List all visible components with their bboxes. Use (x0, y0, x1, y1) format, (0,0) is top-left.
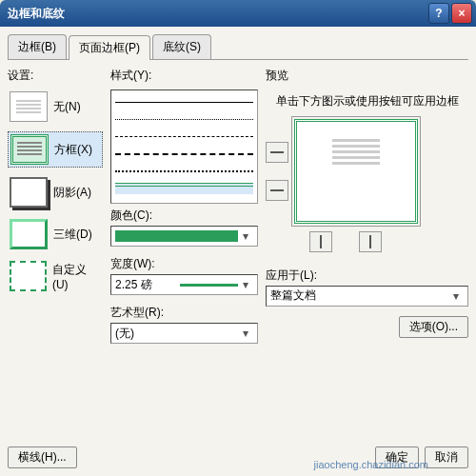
tab-borders[interactable]: 边框(B) (8, 34, 67, 59)
tab-shading[interactable]: 底纹(S) (152, 34, 211, 59)
width-value: 2.25 磅 (115, 277, 174, 293)
apply-to-dropdown[interactable]: 整篇文档 ▾ (266, 286, 468, 307)
dialog-title: 边框和底纹 (4, 6, 426, 22)
apply-to-row: 应用于(L): 整篇文档 ▾ 选项(O)... (266, 264, 468, 338)
watermark: jiaocheng.chazidian.com (314, 459, 428, 470)
preset-shadow-label: 阴影(A) (53, 185, 91, 201)
preset-shadow-icon (10, 177, 48, 208)
options-button[interactable]: 选项(O)... (399, 316, 468, 338)
style-label: 样式(Y): (110, 68, 258, 84)
width-dropdown[interactable]: 2.25 磅 ▾ (110, 274, 258, 295)
left-edge-button[interactable] (309, 231, 332, 252)
tab-bar: 边框(B) 页面边框(P) 底纹(S) (8, 34, 468, 60)
preset-none-icon (10, 91, 48, 122)
preset-box[interactable]: 方框(X) (8, 131, 103, 168)
titlebar: 边框和底纹 ? × (0, 0, 476, 27)
preset-custom[interactable]: 自定义(U) (8, 259, 103, 293)
preset-custom-label: 自定义(U) (52, 262, 101, 291)
art-label: 艺术型(R): (110, 305, 258, 321)
width-preview-line (180, 284, 239, 287)
style-option[interactable] (115, 94, 253, 111)
close-button[interactable]: × (451, 3, 472, 24)
help-button[interactable]: ? (428, 3, 449, 24)
apply-to-value: 整篇文档 (270, 288, 448, 304)
width-label: 宽度(W): (110, 256, 258, 272)
preview-area (266, 119, 468, 224)
chevron-down-icon: ▾ (238, 278, 253, 291)
settings-label: 设置: (8, 68, 103, 84)
chevron-down-icon: ▾ (238, 229, 253, 243)
style-option-selected[interactable] (115, 180, 253, 197)
preview-column: 预览 单击下方图示或使用按钮可应用边框 应用于(L): (266, 68, 468, 349)
preset-none-label: 无(N) (53, 99, 81, 115)
right-edge-button[interactable] (359, 231, 382, 252)
color-swatch (115, 230, 238, 242)
style-column: 样式(Y): 颜色(C): ▾ 宽度(W): 2.25 磅 ▾ 艺术型(R): (110, 68, 258, 349)
art-dropdown[interactable]: (无) ▾ (110, 323, 258, 344)
page-preview[interactable] (294, 119, 418, 224)
color-label: 颜色(C): (110, 208, 258, 224)
apply-to-label: 应用于(L): (266, 268, 468, 284)
hline-button[interactable]: 横线(H)... (8, 446, 77, 468)
preset-none[interactable]: 无(N) (8, 89, 103, 124)
style-listbox[interactable] (110, 89, 258, 204)
cancel-button[interactable]: 取消 (425, 446, 468, 468)
preset-3d-label: 三维(D) (53, 227, 92, 243)
bottom-edge-button[interactable] (266, 180, 288, 201)
style-option[interactable] (115, 163, 253, 180)
preset-box-label: 方框(X) (54, 142, 92, 158)
bottom-edge-buttons (309, 231, 468, 252)
style-option[interactable] (115, 129, 253, 146)
preset-shadow[interactable]: 阴影(A) (8, 175, 103, 209)
style-option[interactable] (115, 146, 253, 163)
preview-hint: 单击下方图示或使用按钮可应用边框 (266, 93, 468, 109)
left-edge-buttons (266, 142, 288, 201)
tab-page-border[interactable]: 页面边框(P) (69, 35, 150, 60)
settings-column: 设置: 无(N) 方框(X) 阴影(A) 三维(D) 自定义(U) (8, 68, 103, 349)
dialog-body: 边框(B) 页面边框(P) 底纹(S) 设置: 无(N) 方框(X) 阴影(A)… (0, 27, 476, 476)
preset-box-icon (10, 134, 49, 165)
preset-3d[interactable]: 三维(D) (8, 217, 103, 251)
art-value: (无) (115, 326, 238, 342)
preset-custom-icon (10, 261, 47, 291)
page-lines (332, 139, 380, 165)
chevron-down-icon: ▾ (238, 327, 253, 340)
color-dropdown[interactable]: ▾ (110, 226, 258, 247)
preset-3d-icon (10, 219, 48, 249)
top-edge-button[interactable] (266, 142, 288, 163)
preview-label: 预览 (266, 68, 468, 84)
chevron-down-icon: ▾ (448, 289, 464, 303)
style-option[interactable] (115, 111, 253, 129)
